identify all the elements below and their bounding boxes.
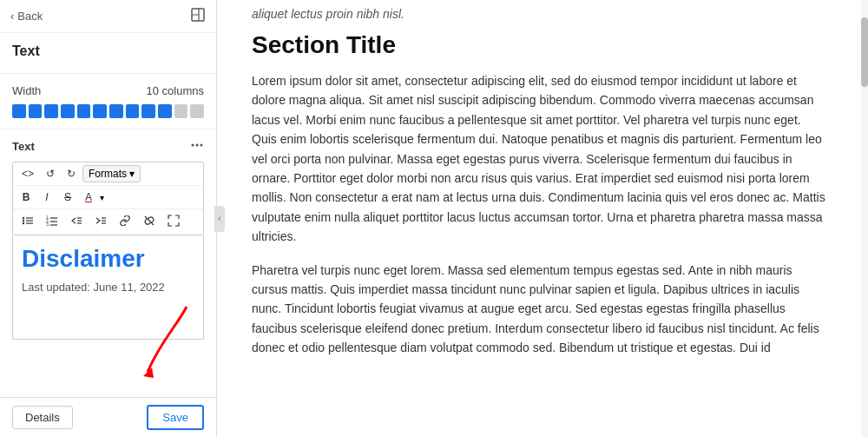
- undo-button[interactable]: ↺: [41, 165, 60, 182]
- details-button[interactable]: Details: [12, 406, 73, 429]
- width-section: Width 10 columns: [0, 74, 216, 129]
- italic-button[interactable]: I: [37, 189, 56, 206]
- col-10[interactable]: [158, 104, 172, 118]
- svg-point-2: [196, 144, 199, 147]
- editor-toolbar: <> ↺ ↻ Formats ▾ B I S A ▾: [12, 162, 204, 235]
- col-3[interactable]: [44, 104, 58, 118]
- width-value: 10 columns: [147, 84, 204, 97]
- strikethrough-button[interactable]: S: [58, 189, 77, 206]
- svg-point-8: [23, 222, 24, 224]
- svg-point-4: [23, 217, 24, 219]
- col-9[interactable]: [141, 104, 155, 118]
- col-8[interactable]: [126, 104, 140, 118]
- code-button[interactable]: <>: [16, 165, 39, 182]
- back-button[interactable]: ‹ Back: [10, 10, 43, 23]
- color-chevron-icon[interactable]: ▾: [100, 193, 104, 202]
- right-panel: aliquet lectus proin nibh nisl. Section …: [217, 0, 861, 437]
- indent-increase-button[interactable]: [89, 212, 112, 232]
- text-section-label: Text: [12, 140, 35, 153]
- paragraph-1: Lorem ipsum dolor sit amet, consectetur …: [252, 71, 826, 247]
- text-section-header: Text: [12, 138, 204, 155]
- font-color-button[interactable]: A: [79, 189, 98, 206]
- unordered-list-button[interactable]: [16, 212, 39, 232]
- panel-title-section: Text: [0, 33, 216, 74]
- indent-decrease-button[interactable]: [65, 212, 88, 232]
- bold-button[interactable]: B: [16, 189, 36, 206]
- toolbar-row-1: <> ↺ ↻ Formats ▾: [13, 162, 203, 186]
- col-1[interactable]: [12, 104, 26, 118]
- editor-content[interactable]: Disclaimer Last updated: June 11, 2022: [12, 235, 204, 340]
- bottom-bar: Details Save: [0, 397, 216, 437]
- column-selector[interactable]: [12, 104, 204, 118]
- back-arrow-icon: ‹: [10, 10, 14, 23]
- link-button[interactable]: [114, 213, 136, 231]
- fullscreen-button[interactable]: [162, 212, 185, 232]
- col-2[interactable]: [29, 104, 43, 118]
- collapse-handle[interactable]: ‹: [214, 206, 225, 232]
- redo-button[interactable]: ↻: [62, 165, 81, 182]
- right-scrollbar[interactable]: [861, 0, 868, 437]
- col-5[interactable]: [77, 104, 91, 118]
- paragraph-2: Pharetra vel turpis nunc eget lorem. Mas…: [252, 261, 826, 358]
- save-button[interactable]: Save: [147, 405, 204, 430]
- formats-arrow-icon: ▾: [129, 168, 135, 180]
- col-7[interactable]: [109, 104, 123, 118]
- svg-point-6: [23, 220, 24, 222]
- col-6[interactable]: [93, 104, 107, 118]
- formats-dropdown[interactable]: Formats ▾: [82, 165, 141, 182]
- right-scrollbar-thumb[interactable]: [861, 17, 868, 87]
- top-text: aliquet lectus proin nibh nisl.: [252, 0, 826, 21]
- col-11[interactable]: [174, 104, 188, 118]
- width-row: Width 10 columns: [12, 84, 204, 97]
- svg-text:3.: 3.: [46, 222, 49, 227]
- col-4[interactable]: [61, 104, 75, 118]
- text-options-icon[interactable]: [190, 138, 204, 155]
- toolbar-row-2: B I S A ▾: [13, 186, 203, 209]
- col-12[interactable]: [190, 104, 204, 118]
- back-label: Back: [17, 10, 43, 23]
- ordered-list-button[interactable]: 1. 2. 3.: [41, 212, 63, 232]
- text-editor-section: Text <> ↺ ↻ Formats ▾: [0, 129, 216, 397]
- svg-point-1: [192, 144, 194, 147]
- panel-title: Text: [12, 43, 204, 59]
- unlink-button[interactable]: [138, 212, 161, 232]
- toolbar-row-3: 1. 2. 3.: [13, 209, 203, 235]
- editor-subtitle: Last updated: June 11, 2022: [22, 281, 194, 294]
- width-label: Width: [12, 84, 41, 97]
- left-panel: ‹ Back Text Width 10 columns: [0, 0, 217, 437]
- editor-title[interactable]: Disclaimer: [22, 244, 194, 274]
- formats-label: Formats: [89, 168, 127, 180]
- top-bar: ‹ Back: [0, 0, 216, 33]
- expand-icon[interactable]: [190, 7, 206, 25]
- section-title: Section Title: [252, 31, 826, 59]
- svg-point-3: [201, 144, 203, 147]
